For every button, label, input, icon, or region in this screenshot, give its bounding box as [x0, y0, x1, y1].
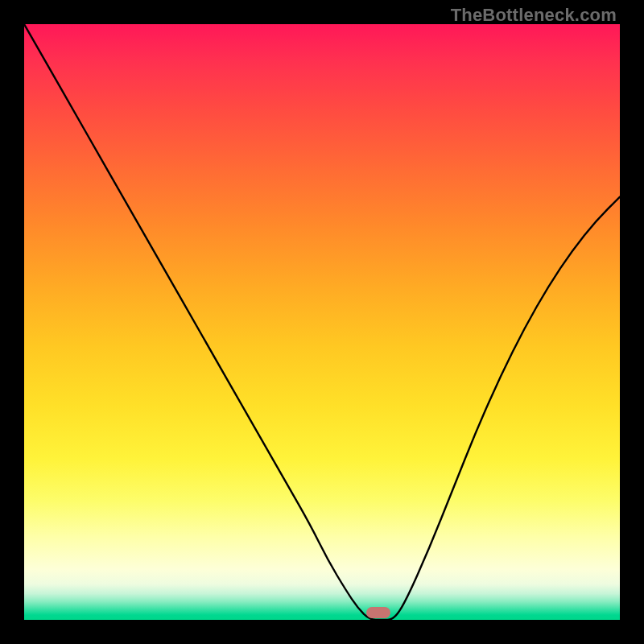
bottleneck-curve: [24, 24, 620, 620]
bottleneck-marker: [366, 607, 390, 618]
watermark-text: TheBottleneck.com: [451, 5, 617, 26]
plot-area: [24, 24, 620, 620]
